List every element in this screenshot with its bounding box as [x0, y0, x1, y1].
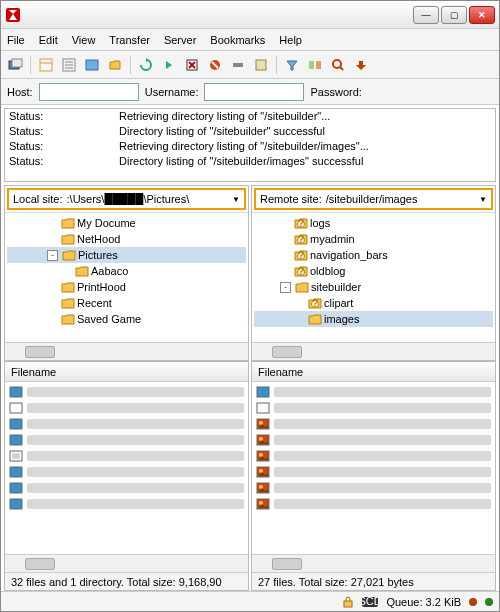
- unknown-folder-icon: ?: [308, 297, 322, 309]
- menu-help[interactable]: Help: [279, 34, 302, 46]
- search-button[interactable]: [328, 55, 348, 75]
- file-row[interactable]: [256, 448, 491, 464]
- tree-item[interactable]: Recent: [7, 295, 246, 311]
- status-dot-1: [469, 598, 477, 606]
- svg-rect-41: [257, 403, 269, 413]
- file-row[interactable]: [256, 464, 491, 480]
- file-row[interactable]: [9, 400, 244, 416]
- remote-tree-scrollbar[interactable]: [252, 342, 495, 360]
- file-row[interactable]: [256, 432, 491, 448]
- file-row[interactable]: [9, 432, 244, 448]
- file-row[interactable]: [9, 464, 244, 480]
- tree-item[interactable]: Aabaco: [7, 263, 246, 279]
- tree-item[interactable]: NetHood: [7, 231, 246, 247]
- menu-view[interactable]: View: [72, 34, 96, 46]
- local-path-input[interactable]: [67, 193, 229, 205]
- host-input[interactable]: [39, 83, 139, 101]
- reconnect-button[interactable]: [228, 55, 248, 75]
- menu-server[interactable]: Server: [164, 34, 196, 46]
- remote-list-header[interactable]: Filename: [252, 362, 495, 382]
- tree-item[interactable]: ?myadmin: [254, 231, 493, 247]
- tree-item[interactable]: Saved Game: [7, 311, 246, 327]
- transfer-icon: SCD: [362, 597, 378, 607]
- local-list-scrollbar[interactable]: [5, 554, 248, 572]
- tree-item[interactable]: PrintHood: [7, 279, 246, 295]
- maximize-button[interactable]: ▢: [441, 6, 467, 24]
- process-queue-button[interactable]: [159, 55, 179, 75]
- queue-label: Queue: 3.2 KiB: [386, 596, 461, 608]
- tree-item[interactable]: ?logs: [254, 215, 493, 231]
- folder-icon: [61, 233, 75, 245]
- compare-button[interactable]: [305, 55, 325, 75]
- remote-tree[interactable]: ?logs?myadmin?navigation_bars?oldblog-si…: [252, 212, 495, 342]
- folder-icon: [308, 313, 322, 325]
- file-name-blurred: [274, 403, 491, 413]
- menu-bookmarks[interactable]: Bookmarks: [210, 34, 265, 46]
- file-row[interactable]: [9, 416, 244, 432]
- tree-item[interactable]: images: [254, 311, 493, 327]
- remote-list-scrollbar[interactable]: [252, 554, 495, 572]
- server-list-button[interactable]: [251, 55, 271, 75]
- site-manager-button[interactable]: [5, 55, 25, 75]
- file-row[interactable]: [9, 448, 244, 464]
- toggle-tree-button[interactable]: [36, 55, 56, 75]
- local-site-row: Local site: ▼: [7, 188, 246, 210]
- tree-item[interactable]: ?navigation_bars: [254, 247, 493, 263]
- expand-toggle[interactable]: -: [47, 250, 58, 261]
- folder-icon: [61, 313, 75, 325]
- file-name-blurred: [27, 467, 244, 477]
- file-row[interactable]: [9, 496, 244, 512]
- minimize-button[interactable]: —: [413, 6, 439, 24]
- toggle-log-button[interactable]: [59, 55, 79, 75]
- tree-item[interactable]: -sitebuilder: [254, 279, 493, 295]
- menu-file[interactable]: File: [7, 34, 25, 46]
- host-label: Host:: [7, 86, 33, 98]
- local-list-header[interactable]: Filename: [5, 362, 248, 382]
- file-row[interactable]: [256, 400, 491, 416]
- close-button[interactable]: ✕: [469, 6, 495, 24]
- file-row[interactable]: [256, 480, 491, 496]
- toolbar: [1, 51, 499, 79]
- folder-icon: [75, 265, 89, 277]
- local-path-dropdown[interactable]: ▼: [232, 195, 240, 204]
- menu-edit[interactable]: Edit: [39, 34, 58, 46]
- remote-path-input[interactable]: [326, 193, 475, 205]
- disconnect-button[interactable]: [205, 55, 225, 75]
- file-icon: [256, 466, 270, 478]
- menu-transfer[interactable]: Transfer: [109, 34, 150, 46]
- message-log[interactable]: Status:Retrieving directory listing of "…: [4, 108, 496, 182]
- expand-toggle[interactable]: -: [280, 282, 291, 293]
- tree-item-label: Pictures: [78, 249, 118, 261]
- log-msg: Retrieving directory listing of "/sitebu…: [119, 139, 369, 154]
- tree-item[interactable]: ?oldblog: [254, 263, 493, 279]
- tree-item-label: oldblog: [310, 265, 345, 277]
- remote-site-row: Remote site: ▼: [254, 188, 493, 210]
- remote-file-list[interactable]: [252, 382, 495, 554]
- sync-button[interactable]: [351, 55, 371, 75]
- remote-path-dropdown[interactable]: ▼: [479, 195, 487, 204]
- file-row[interactable]: [256, 496, 491, 512]
- file-row[interactable]: [256, 384, 491, 400]
- tree-item[interactable]: -Pictures: [7, 247, 246, 263]
- svg-text:?: ?: [312, 297, 319, 309]
- toggle-queue-button[interactable]: [82, 55, 102, 75]
- svg-rect-15: [309, 61, 314, 69]
- filter-button[interactable]: [282, 55, 302, 75]
- svg-rect-3: [40, 59, 52, 71]
- file-name-blurred: [274, 499, 491, 509]
- cancel-button[interactable]: [182, 55, 202, 75]
- refresh-button[interactable]: [136, 55, 156, 75]
- tree-item[interactable]: ?clipart: [254, 295, 493, 311]
- file-row[interactable]: [9, 480, 244, 496]
- local-tree-scrollbar[interactable]: [5, 342, 248, 360]
- toggle-dir-button[interactable]: [105, 55, 125, 75]
- username-input[interactable]: [204, 83, 304, 101]
- file-row[interactable]: [256, 416, 491, 432]
- local-tree[interactable]: My DocumeNetHood-PicturesAabacoPrintHood…: [5, 212, 248, 342]
- file-row[interactable]: [9, 384, 244, 400]
- titlebar: — ▢ ✕: [1, 1, 499, 29]
- local-file-list[interactable]: [5, 382, 248, 554]
- svg-text:?: ?: [298, 249, 305, 261]
- tree-item[interactable]: My Docume: [7, 215, 246, 231]
- tree-item-label: clipart: [324, 297, 353, 309]
